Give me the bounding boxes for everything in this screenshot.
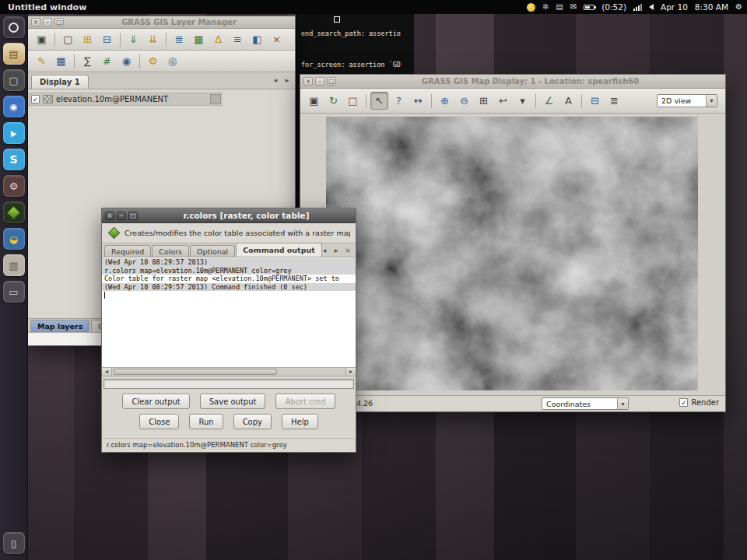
session-gear-icon[interactable]: ⚙ [735, 2, 742, 12]
minimize-icon[interactable]: – [315, 77, 324, 86]
zoom-in-icon[interactable]: ⊕ [436, 92, 454, 110]
statusbar-mode-dropdown[interactable]: Coordinates ▾ [542, 397, 629, 410]
crosshair-icon[interactable]: ◎ [163, 52, 181, 70]
close-icon[interactable]: × [105, 212, 114, 220]
tab-colors[interactable]: Colors [152, 245, 189, 257]
zoom-extent-icon[interactable]: ⊞ [475, 92, 493, 110]
tab-optional[interactable]: Optional [190, 245, 235, 257]
tab-scroll-right-icon[interactable]: ▸ [331, 246, 341, 256]
date-label[interactable]: Apr 10 [661, 2, 688, 12]
help-button[interactable]: Help [282, 414, 318, 429]
zoom-out-icon[interactable]: ⊖ [455, 92, 473, 110]
georectify-icon[interactable]: # [98, 52, 116, 70]
maximize-icon[interactable]: □ [327, 77, 336, 86]
command-output-pane[interactable]: (Wed Apr 10 08:29:57 2013) r.colors map=… [102, 257, 356, 368]
settings-gears-icon[interactable]: ⚙ [144, 52, 162, 70]
run-button[interactable]: Run [189, 414, 223, 429]
add-vector-layer-icon[interactable]: ∆ [209, 30, 227, 48]
zoom-options-icon[interactable]: ▾ [514, 92, 531, 110]
pointer-icon[interactable]: ↖ [370, 92, 388, 110]
terminal-maximize-icon[interactable] [334, 16, 340, 23]
attribute-table-icon[interactable]: ▦ [52, 52, 70, 70]
system-settings-icon[interactable]: ⚙ [3, 175, 25, 197]
copy-button[interactable]: Copy [233, 414, 272, 429]
erase-display-icon[interactable]: □ [344, 92, 362, 110]
tab-required[interactable]: Required [104, 245, 151, 257]
screenshot-icon[interactable]: ▢ [3, 69, 25, 91]
map-display-window[interactable]: × – □ GRASS GIS Map Display: 1 - Locatio… [300, 74, 726, 412]
minimize-icon[interactable]: – [117, 212, 126, 220]
measure-icon[interactable]: ∠ [540, 92, 558, 110]
maximize-icon[interactable]: □ [54, 18, 64, 26]
import-raster-icon[interactable]: ⇓ [124, 30, 142, 48]
pan-icon[interactable]: ↔ [409, 92, 427, 110]
print-icon[interactable]: ≣ [605, 92, 623, 110]
scrollbar-thumb[interactable] [114, 369, 277, 375]
zoom-back-icon[interactable]: ↩ [494, 92, 512, 110]
scroll-left-icon[interactable]: ◂ [102, 368, 112, 376]
clear-output-button[interactable]: Clear output [122, 394, 189, 409]
clock-label[interactable]: 8:30 AM [695, 2, 728, 12]
indicator-yellow-icon[interactable] [527, 3, 535, 12]
network-signal-icon[interactable] [633, 4, 642, 11]
chat-icon[interactable]: ◉ [3, 96, 25, 117]
close-button[interactable]: Close [139, 414, 179, 429]
files-icon[interactable]: ▤ [3, 43, 25, 65]
edit-icon[interactable]: ✎ [33, 52, 51, 70]
volume-icon[interactable] [649, 4, 654, 10]
chevron-down-icon[interactable]: ▾ [706, 95, 717, 107]
tab-scroll-left-icon[interactable]: ◂ [320, 246, 329, 256]
tab-scroll-right-icon[interactable]: ▸ [282, 75, 292, 86]
layer-checkbox[interactable]: ✓ [31, 95, 40, 103]
disks-icon[interactable]: ▭ [3, 281, 25, 303]
add-overlay-icon[interactable]: ◧ [248, 30, 266, 48]
tab-scroll-left-icon[interactable]: ◂ [271, 75, 280, 86]
mail-icon[interactable]: ✉ [570, 2, 577, 12]
battery-icon[interactable] [584, 5, 594, 10]
create-workspace-icon[interactable]: ▢ [59, 30, 77, 48]
new-display-icon[interactable]: ▣ [33, 30, 51, 48]
dash-home-icon[interactable] [3, 16, 25, 38]
indicator-flower-icon[interactable]: ✻ [542, 2, 549, 12]
layer-row-handle[interactable] [210, 94, 221, 104]
minimize-icon[interactable]: – [43, 18, 52, 26]
archive-manager-icon[interactable]: ▥ [3, 254, 25, 276]
query-icon[interactable]: ? [390, 92, 408, 110]
scroll-right-icon[interactable]: ▸ [345, 368, 356, 376]
save-output-button[interactable]: Save output [200, 394, 266, 409]
add-multiple-layers-icon[interactable]: ≣ [170, 30, 188, 48]
raster-map-calculator-icon[interactable]: ∑ [79, 52, 96, 70]
add-text-overlay-icon[interactable]: A [559, 92, 577, 110]
tab-map-layers[interactable]: Map layers [30, 320, 89, 332]
save-workspace-icon[interactable]: ⊟ [98, 30, 116, 48]
add-group-icon[interactable]: ≡ [229, 30, 247, 48]
maximize-icon[interactable]: □ [128, 212, 138, 220]
layer-row[interactable]: ✓ elevation.10m@PERMANENT [28, 93, 223, 106]
add-raster-layer-icon[interactable]: ▦ [190, 30, 208, 48]
python-icon[interactable]: ◒ [3, 228, 25, 250]
layer-manager-titlebar[interactable]: × – □ GRASS GIS Layer Manager [28, 16, 295, 29]
rcolors-dialog[interactable]: × – □ r.colors [raster, color table] Cre… [101, 208, 356, 453]
save-display-icon[interactable]: ⊟ [586, 92, 604, 110]
delete-layer-icon[interactable]: × [268, 30, 286, 48]
indicator-tray-icon[interactable]: ▤ [556, 2, 563, 12]
grass-gis-icon[interactable] [3, 201, 25, 223]
close-icon[interactable]: × [303, 77, 313, 86]
graphical-modeler-icon[interactable]: ◉ [117, 52, 135, 70]
map-canvas[interactable] [300, 114, 725, 396]
import-vector-icon[interactable]: ⇊ [144, 30, 162, 48]
tab-display-1[interactable]: Display 1 [31, 75, 89, 89]
render-map-icon[interactable]: ↻ [324, 92, 342, 110]
show-display-icon[interactable]: ▣ [305, 92, 323, 110]
view-mode-dropdown[interactable]: 2D view ▾ [657, 94, 717, 107]
elevation-raster-map[interactable] [326, 117, 698, 390]
close-icon[interactable]: × [31, 18, 40, 26]
skype-icon[interactable]: S [3, 149, 25, 170]
render-checkbox[interactable]: ✓ [679, 398, 688, 407]
open-workspace-icon[interactable]: ⊞ [79, 30, 96, 48]
map-display-titlebar[interactable]: × – □ GRASS GIS Map Display: 1 - Locatio… [300, 75, 725, 89]
horizontal-scrollbar[interactable]: ◂ ▸ [102, 368, 356, 376]
chevron-down-icon[interactable]: ▾ [617, 398, 628, 409]
tab-command-output[interactable]: Command output [236, 243, 322, 257]
rcolors-titlebar[interactable]: × – □ r.colors [raster, color table] [102, 208, 356, 223]
